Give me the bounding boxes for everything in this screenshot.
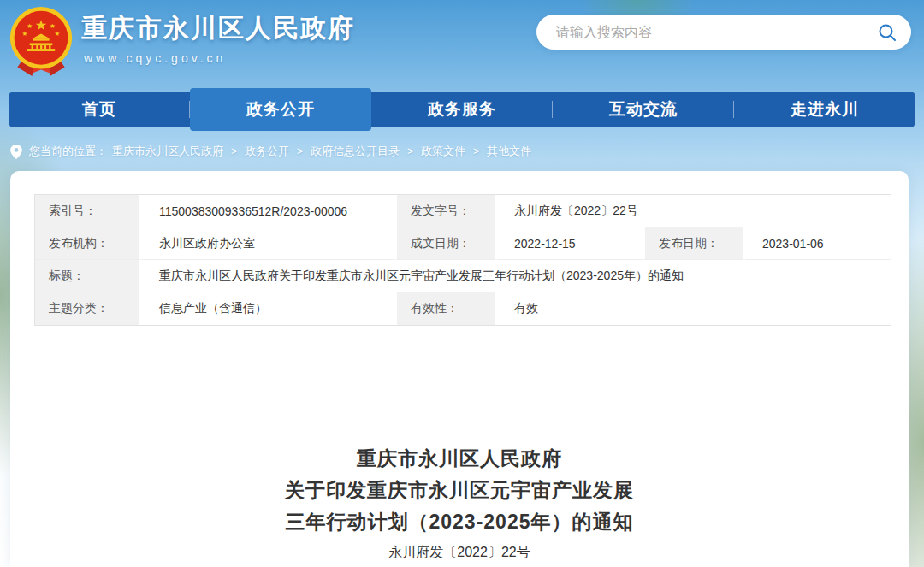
site-header: ★ ★ ★ ★ ★ 重庆市永川区人民政府 www.cqyc.gov.cn — [0, 0, 924, 86]
meta-label-written-date: 成文日期： — [394, 227, 497, 260]
meta-label-index-no: 索引号： — [35, 195, 142, 227]
main-nav: 首页 政务公开 政务服务 互动交流 走进永川 — [9, 92, 915, 127]
meta-label-topic: 主题分类： — [35, 292, 142, 325]
meta-value-title: 重庆市永川区人民政府关于印发重庆市永川区元宇宙产业发展三年行动计划（2023-2… — [142, 260, 891, 292]
document-title-line1: 重庆市永川区人民政府 — [10, 443, 909, 475]
document-title-line3: 三年行动计划（2023-2025年）的通知 — [10, 506, 909, 538]
svg-text:★: ★ — [50, 22, 56, 30]
meta-label-validity: 有效性： — [394, 292, 497, 325]
meta-label-publish-date: 发布日期： — [643, 227, 745, 260]
meta-value-topic: 信息产业（含通信） — [142, 292, 394, 325]
breadcrumb-item-site[interactable]: 重庆市永川区人民政府 — [112, 144, 223, 159]
breadcrumb-item-info-catalog[interactable]: 政府信息公开目录 — [311, 144, 400, 159]
document-title: 重庆市永川区人民政府 关于印发重庆市永川区元宇宙产业发展 三年行动计划（2023… — [10, 443, 909, 538]
breadcrumb-item-policy-files[interactable]: 政策文件 — [421, 144, 465, 159]
site-url: www.cqyc.gov.cn — [84, 51, 226, 65]
meta-value-publish-date: 2023-01-06 — [745, 227, 891, 260]
breadcrumb-separator: > — [473, 145, 479, 157]
breadcrumb-separator: > — [407, 145, 413, 157]
svg-text:★: ★ — [35, 17, 48, 33]
search-input[interactable] — [536, 25, 877, 40]
breadcrumb: 您当前的位置： 重庆市永川区人民政府 > 政务公开 > 政府信息公开目录 > 政… — [10, 139, 531, 163]
meta-value-publisher: 永川区政府办公室 — [142, 227, 394, 260]
breadcrumb-separator: > — [297, 145, 303, 157]
nav-item-about-yongchuan[interactable]: 走进永川 — [734, 92, 915, 127]
document-number: 永川府发〔2022〕22号 — [10, 544, 909, 562]
site-title: 重庆市永川区人民政府 — [81, 11, 355, 46]
meta-value-written-date: 2022-12-15 — [497, 227, 643, 260]
svg-text:★: ★ — [55, 30, 61, 38]
search-box — [536, 15, 911, 50]
nav-item-gov-disclosure[interactable]: 政务公开 — [190, 88, 371, 131]
meta-value-doc-symbol: 永川府发〔2022〕22号 — [497, 195, 891, 227]
national-emblem-logo: ★ ★ ★ ★ ★ — [7, 3, 75, 80]
breadcrumb-item-disclosure[interactable]: 政务公开 — [245, 144, 289, 159]
search-icon[interactable] — [877, 22, 897, 43]
meta-value-validity: 有效 — [497, 292, 891, 325]
nav-item-home[interactable]: 首页 — [9, 92, 190, 127]
meta-label-doc-symbol: 发文字号： — [394, 195, 497, 227]
nav-item-interaction[interactable]: 互动交流 — [553, 92, 734, 127]
breadcrumb-prefix: 您当前的位置： — [29, 144, 107, 159]
meta-label-publisher: 发布机构： — [35, 227, 142, 260]
breadcrumb-separator: > — [231, 145, 237, 157]
svg-text:★: ★ — [22, 30, 28, 38]
nav-item-gov-services[interactable]: 政务服务 — [371, 92, 553, 127]
location-pin-icon — [10, 145, 22, 159]
breadcrumb-item-other-files[interactable]: 其他文件 — [487, 144, 531, 159]
document-title-line2: 关于印发重庆市永川区元宇宙产业发展 — [10, 475, 909, 506]
document-meta-table: 索引号： 11500383009336512R/2023-00006 发文字号：… — [34, 194, 891, 326]
content-card: 索引号： 11500383009336512R/2023-00006 发文字号：… — [10, 171, 909, 567]
svg-text:★: ★ — [27, 22, 33, 30]
meta-label-title: 标题： — [35, 260, 142, 292]
meta-value-index-no: 11500383009336512R/2023-00006 — [142, 195, 394, 227]
